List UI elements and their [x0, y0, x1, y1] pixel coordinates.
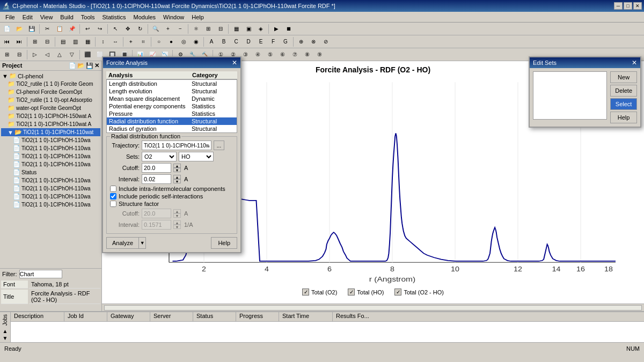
tb2-1[interactable]: ⏮ — [1, 36, 13, 47]
tree-item-10[interactable]: 📄 TiO2(1 1 0)-1ClPhOH-110wa — [1, 152, 100, 160]
tb2-15[interactable]: ◉ — [190, 36, 202, 47]
sets-help-btn[interactable]: Help — [610, 112, 637, 123]
tree-item-ciphenol[interactable]: ▼ 📁 CI-phenol — [1, 72, 100, 80]
checkbox-periodic-input[interactable] — [110, 193, 116, 200]
tb3-6[interactable]: ▽ — [66, 49, 78, 60]
tree-item-13[interactable]: 📄 TiO2(1 1 0)-1ClPhOH-110wa — [1, 184, 100, 193]
tb3-21[interactable]: ⑤ — [264, 49, 276, 60]
interval-input[interactable] — [142, 174, 171, 184]
trajectory-input[interactable] — [142, 141, 211, 150]
tb2-20[interactable]: E — [255, 36, 267, 47]
sets-delete-btn[interactable]: Delete — [610, 85, 637, 97]
tb-zoom[interactable]: 🔍 — [150, 24, 162, 34]
tb3-25[interactable]: ⑨ — [313, 49, 325, 60]
cutoff-input[interactable] — [142, 163, 171, 173]
checkbox-structure-input[interactable] — [110, 201, 116, 207]
tb-bond[interactable]: ⊞ — [202, 24, 214, 34]
tree-item-3[interactable]: 📁 TiO2_rutile (1 1 0)-opt Adsorptio — [1, 96, 100, 104]
tb-atom[interactable]: ⚛ — [190, 24, 202, 34]
tb3-2[interactable]: ⊟ — [13, 49, 25, 60]
interval-up-btn[interactable]: ▲ — [173, 175, 181, 179]
tb2-22[interactable]: G — [280, 36, 291, 47]
analyze-dropdown-btn[interactable]: ▼ — [138, 237, 146, 249]
tb-cut[interactable]: ✂ — [41, 24, 53, 34]
tree-item-7[interactable]: ▼ 📂 TiO2(1 1 0)-1ClPhOH-110wat — [1, 128, 100, 136]
menu-window[interactable]: Window — [160, 13, 187, 21]
interval-down-btn[interactable]: ▼ — [173, 179, 181, 183]
tb2-6[interactable]: ▥ — [69, 36, 81, 47]
side-btn-down[interactable]: ▼ — [3, 335, 8, 341]
tb-rotate[interactable]: ↻ — [134, 24, 146, 34]
filter-input[interactable] — [19, 270, 62, 278]
tb2-14[interactable]: ◎ — [178, 36, 189, 47]
tree-item-6[interactable]: 📁 TiO2(1 1 0)-1ClPhOH-110wat A — [1, 120, 100, 128]
tb-undo[interactable]: ↩ — [82, 24, 93, 34]
tb-more3[interactable]: ◈ — [255, 24, 267, 34]
tree-item-1[interactable]: 📁 TiO2_rutile (1 1 0) Forcite Geom — [1, 80, 100, 88]
menu-statistics[interactable]: Statistics — [99, 13, 129, 21]
tb-move[interactable]: ✥ — [122, 24, 134, 34]
tb2-13[interactable]: ● — [165, 36, 177, 47]
tb2-8[interactable]: ↕ — [97, 36, 109, 47]
tb2-25[interactable]: ⊘ — [320, 36, 332, 47]
tb3-3[interactable]: ▷ — [29, 49, 41, 60]
tb2-18[interactable]: C — [230, 36, 242, 47]
tb2-2[interactable]: ⏭ — [13, 36, 25, 47]
project-save-btn[interactable]: 💾 — [86, 62, 93, 69]
cutoff-up-btn[interactable]: ▲ — [173, 164, 181, 168]
sets-new-btn[interactable]: New — [610, 71, 637, 83]
tb2-9[interactable]: ↔ — [109, 36, 121, 47]
project-delete-btn[interactable]: ✕ — [94, 62, 99, 69]
menu-modules[interactable]: Modules — [130, 13, 159, 21]
list-item-potential[interactable]: Potential energy components Statistics — [107, 102, 237, 110]
jobs-side-tab[interactable]: Jobs — [1, 313, 9, 327]
tb2-19[interactable]: D — [243, 36, 254, 47]
tb2-7[interactable]: ▦ — [82, 36, 93, 47]
tb-zoomin[interactable]: + — [162, 24, 174, 34]
tb2-5[interactable]: ▤ — [57, 36, 69, 47]
forcite-help-button[interactable]: Help — [211, 237, 237, 249]
tb-zoomout[interactable]: − — [174, 24, 186, 34]
tb-play[interactable]: ▶ — [270, 24, 282, 34]
tree-item-5[interactable]: 📁 TiO2(1 1 0)-1ClPhOH-150wat A — [1, 112, 100, 120]
tree-item-9[interactable]: 📄 TiO2(1 1 0)-1ClPhOH-110wa — [1, 144, 100, 152]
tb-redo[interactable]: ↪ — [94, 24, 106, 34]
tb-more1[interactable]: ▦ — [230, 24, 242, 34]
tb3-1[interactable]: ⊞ — [1, 49, 13, 60]
menu-file[interactable]: File — [2, 13, 18, 21]
list-item-pressure[interactable]: Pressure Statistics — [107, 110, 237, 117]
close-button[interactable]: ✕ — [633, 2, 642, 10]
edit-sets-close-btn[interactable]: ✕ — [632, 59, 637, 67]
tb-select[interactable]: ↖ — [109, 24, 121, 34]
tb3-24[interactable]: ⑧ — [301, 49, 313, 60]
sets-list[interactable] — [533, 71, 607, 120]
tb3-22[interactable]: ⑥ — [276, 49, 288, 60]
minimize-button[interactable]: ─ — [614, 2, 623, 10]
tb-save[interactable]: 💾 — [26, 24, 38, 34]
legend-checkbox-o2ho[interactable]: ✓ — [394, 289, 401, 295]
forcite-close-btn[interactable]: ✕ — [232, 59, 237, 67]
tb-lattice[interactable]: ⊟ — [215, 24, 226, 34]
tb2-21[interactable]: F — [267, 36, 279, 47]
menu-tools[interactable]: Tools — [78, 13, 98, 21]
list-item-msd[interactable]: Mean square displacement Dynamic — [107, 95, 237, 102]
tb3-20[interactable]: ④ — [252, 49, 264, 60]
sets-select1[interactable]: O2 — [142, 152, 177, 161]
tree-item-11[interactable]: 📄 TiO2(1 1 0)-1ClPhOH-110wa — [1, 160, 100, 168]
tb-new[interactable]: 📄 — [1, 24, 13, 34]
tb2-17[interactable]: B — [218, 36, 230, 47]
maximize-button[interactable]: □ — [624, 2, 632, 10]
trajectory-browse-btn[interactable]: ... — [214, 141, 224, 150]
tb-paste[interactable]: 📌 — [66, 24, 78, 34]
tb2-23[interactable]: ⊕ — [295, 36, 307, 47]
sets-select-btn[interactable]: Select — [610, 98, 637, 110]
tree-item-14[interactable]: 📄 TiO2(1 1 0)-1ClPhOH-110wa — [1, 193, 100, 201]
checkbox-intra-input[interactable] — [110, 186, 116, 192]
tb3-7[interactable]: ⬛ — [82, 49, 93, 60]
menu-view[interactable]: View — [37, 13, 56, 21]
side-btn-up[interactable]: ▲ — [3, 328, 8, 334]
tb2-12[interactable]: ○ — [153, 36, 165, 47]
tb-open[interactable]: 📂 — [13, 24, 25, 34]
tree-item-15[interactable]: 📄 TiO2(1 1 0)-1ClPhOH-110wa — [1, 201, 100, 209]
list-item-length-evol[interactable]: Length evolution Structural — [107, 87, 237, 95]
